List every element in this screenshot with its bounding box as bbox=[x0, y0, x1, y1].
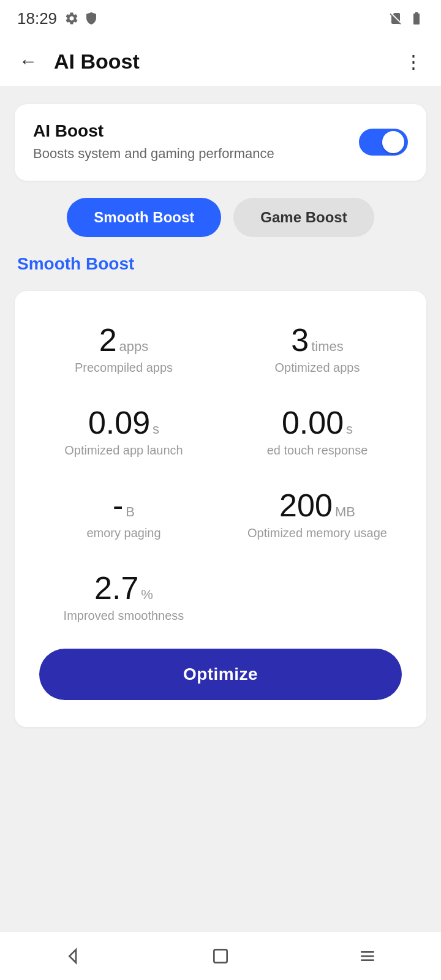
back-nav-button[interactable] bbox=[55, 938, 92, 974]
status-bar: 18:29 bbox=[0, 0, 441, 37]
status-time: 18:29 bbox=[17, 9, 57, 28]
stat-precompiled-apps: 2 apps Precompiled apps bbox=[27, 309, 221, 392]
home-nav-icon bbox=[211, 946, 230, 966]
status-icons bbox=[64, 11, 99, 26]
app-bar-left: ← AI Boost bbox=[15, 48, 140, 75]
stat-number: 0.09 bbox=[88, 407, 150, 439]
toggle-knob bbox=[382, 131, 404, 153]
more-options-button[interactable]: ⋮ bbox=[399, 48, 426, 75]
bottom-nav bbox=[0, 931, 441, 980]
stat-label: Optimized apps bbox=[233, 361, 402, 375]
app-bar: ← AI Boost ⋮ bbox=[0, 37, 441, 86]
stat-number: 3 bbox=[291, 324, 309, 356]
back-arrow-icon: ← bbox=[19, 52, 37, 70]
tab-row: Smooth Boost Game Boost bbox=[15, 198, 426, 237]
svg-rect-1 bbox=[214, 949, 227, 962]
stat-optimized-apps: 3 times Optimized apps bbox=[221, 309, 414, 392]
status-right bbox=[388, 11, 424, 26]
stat-touch-response: 0.00 s ed touch response bbox=[221, 392, 414, 475]
home-nav-button[interactable] bbox=[202, 938, 239, 974]
stat-value-row: 0.09 s bbox=[39, 407, 208, 439]
ai-boost-toggle[interactable] bbox=[359, 129, 408, 156]
stat-app-launch: 0.09 s Optimized app launch bbox=[27, 392, 221, 475]
stat-label: Improved smoothness bbox=[39, 609, 208, 623]
stat-smoothness: 2.7 % Improved smoothness bbox=[27, 557, 221, 640]
no-sim-icon bbox=[388, 11, 403, 26]
stat-value-row: 0.00 s bbox=[233, 407, 402, 439]
more-icon: ⋮ bbox=[404, 51, 421, 72]
ai-boost-description: Boosts system and gaming performance bbox=[33, 145, 274, 164]
gear-icon bbox=[64, 11, 79, 26]
back-button[interactable]: ← bbox=[15, 48, 42, 75]
ai-boost-card: AI Boost Boosts system and gaming perfor… bbox=[15, 104, 426, 181]
stat-number: - bbox=[113, 489, 123, 521]
stat-unit: s bbox=[346, 421, 353, 437]
stat-value-row: - B bbox=[39, 489, 208, 521]
stat-number: 200 bbox=[279, 489, 333, 521]
stat-memory-paging: - B emory paging bbox=[27, 475, 221, 557]
stat-memory-usage: 200 MB Optimized memory usage bbox=[221, 475, 414, 557]
stat-label: Optimized app launch bbox=[39, 443, 208, 458]
stat-label: ed touch response bbox=[233, 443, 402, 458]
stat-unit: % bbox=[141, 587, 153, 603]
stat-unit: MB bbox=[335, 504, 355, 520]
main-content: AI Boost Boosts system and gaming perfor… bbox=[0, 86, 441, 931]
stat-value-row: 3 times bbox=[233, 324, 402, 356]
status-left: 18:29 bbox=[17, 9, 99, 28]
game-boost-tab[interactable]: Game Boost bbox=[233, 198, 374, 237]
stat-value-row: 200 MB bbox=[233, 489, 402, 521]
stat-unit: times bbox=[311, 339, 344, 355]
stats-card: 2 apps Precompiled apps 3 times Optimize… bbox=[15, 291, 426, 727]
stat-label: Optimized memory usage bbox=[233, 526, 402, 540]
battery-icon bbox=[409, 11, 424, 26]
stat-value-row: 2 apps bbox=[39, 324, 208, 356]
menu-nav-icon bbox=[358, 946, 377, 966]
stat-number: 2.7 bbox=[94, 572, 138, 604]
stat-value-row: 2.7 % bbox=[39, 572, 208, 604]
stat-label: Precompiled apps bbox=[39, 361, 208, 375]
page-title: AI Boost bbox=[54, 50, 140, 74]
stats-grid: 2 apps Precompiled apps 3 times Optimize… bbox=[27, 309, 414, 640]
optimize-btn-wrapper: Optimize bbox=[27, 640, 414, 705]
shield-icon bbox=[84, 11, 99, 26]
stat-unit: s bbox=[153, 421, 159, 437]
stat-number: 2 bbox=[99, 324, 117, 356]
back-nav-icon bbox=[64, 946, 83, 966]
smooth-boost-tab[interactable]: Smooth Boost bbox=[67, 198, 221, 237]
ai-boost-title: AI Boost bbox=[33, 121, 274, 141]
svg-marker-0 bbox=[69, 949, 76, 962]
stat-unit: apps bbox=[119, 339, 149, 355]
optimize-button[interactable]: Optimize bbox=[39, 649, 402, 700]
ai-boost-text: AI Boost Boosts system and gaming perfor… bbox=[33, 121, 274, 164]
stat-label: emory paging bbox=[39, 526, 208, 540]
section-title: Smooth Boost bbox=[15, 254, 426, 274]
menu-nav-button[interactable] bbox=[349, 938, 386, 974]
stat-unit: B bbox=[126, 504, 135, 520]
stat-number: 0.00 bbox=[282, 407, 344, 439]
